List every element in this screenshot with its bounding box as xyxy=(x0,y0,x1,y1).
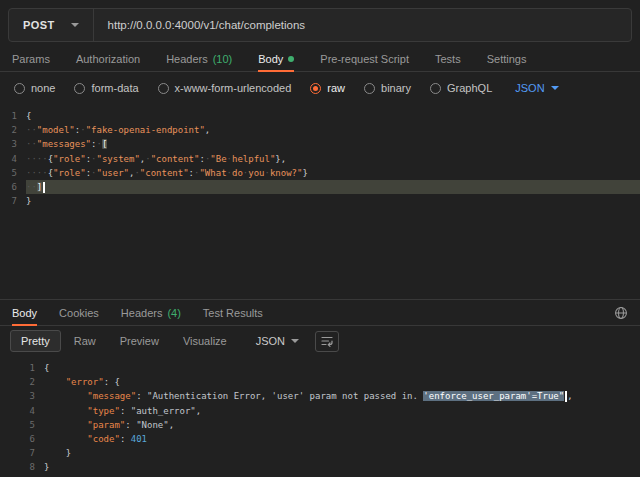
language-label: JSON xyxy=(515,82,544,94)
code-line[interactable]: 5 "param": "None", xyxy=(0,418,640,432)
radio-selected-icon xyxy=(310,83,321,94)
line-number: 3 xyxy=(0,137,26,151)
tab-params[interactable]: Params xyxy=(12,46,50,71)
tab-label: Headers xyxy=(166,53,208,65)
code-line[interactable]: 3 "message": "Authentication Error, 'use… xyxy=(0,389,640,403)
response-tab-cookies[interactable]: Cookies xyxy=(59,300,99,325)
code-line[interactable]: 8} xyxy=(0,460,640,474)
line-number: 5 xyxy=(0,418,44,432)
line-number: 4 xyxy=(0,404,44,418)
body-type-form-data[interactable]: form-data xyxy=(74,82,138,94)
line-number: 1 xyxy=(0,361,44,375)
wrap-lines-button[interactable] xyxy=(315,331,339,352)
view-preview-button[interactable]: Preview xyxy=(109,330,170,352)
response-toolbar: Pretty Raw Preview Visualize JSON xyxy=(0,326,640,356)
code-line[interactable]: 5····{"role":·"user",·"content":·"What·d… xyxy=(0,166,640,180)
tab-tests[interactable]: Tests xyxy=(435,46,461,71)
body-type-graphql[interactable]: GraphQL xyxy=(430,82,492,94)
globe-icon[interactable] xyxy=(614,306,628,320)
code-line[interactable]: 1{ xyxy=(0,109,640,123)
code-line[interactable]: 2··"model":·"fake-openai-endpoint", xyxy=(0,123,640,137)
response-section: Body Cookies Headers (4) Test Results xyxy=(0,299,640,475)
response-tab-headers[interactable]: Headers (4) xyxy=(121,300,181,325)
radio-icon xyxy=(430,83,441,94)
response-body-viewer[interactable]: 1{2 "error": {3 "message": "Authenticati… xyxy=(0,356,640,475)
tab-headers[interactable]: Headers (10) xyxy=(166,46,232,71)
tab-label: Cookies xyxy=(59,307,99,319)
app-window: POST http://0.0.0.0:4000/v1/chat/complet… xyxy=(0,8,640,475)
code-line[interactable]: 1{ xyxy=(0,361,640,375)
request-tabs: Params Authorization Headers (10) Body P… xyxy=(0,46,640,72)
tab-body[interactable]: Body xyxy=(258,46,294,71)
view-label: Visualize xyxy=(183,335,227,347)
body-type-x-www-form-urlencoded[interactable]: x-www-form-urlencoded xyxy=(158,82,292,94)
tab-label: Body xyxy=(12,307,37,319)
response-header-icons xyxy=(614,306,628,320)
code-line[interactable]: 6 "code": 401 xyxy=(0,432,640,446)
code-line[interactable]: 7 } xyxy=(0,446,640,460)
language-label: JSON xyxy=(256,335,285,347)
response-headers-count: (4) xyxy=(167,307,180,319)
radio-label: form-data xyxy=(91,82,138,94)
code-line[interactable]: 2 "error": { xyxy=(0,375,640,389)
view-raw-button[interactable]: Raw xyxy=(63,330,107,352)
code-line[interactable]: 3··"messages":·[ xyxy=(0,137,640,151)
radio-label: GraphQL xyxy=(447,82,492,94)
headers-count: (10) xyxy=(213,53,233,65)
radio-label: binary xyxy=(381,82,411,94)
radio-icon xyxy=(158,83,169,94)
code-text: ····{"role":·"system",·"content":·"Be·he… xyxy=(26,152,640,166)
code-line[interactable]: 7} xyxy=(0,194,640,208)
view-label: Preview xyxy=(120,335,159,347)
radio-icon xyxy=(74,83,85,94)
view-label: Pretty xyxy=(21,335,50,347)
view-pretty-button[interactable]: Pretty xyxy=(10,330,61,352)
radio-icon xyxy=(14,83,25,94)
request-url-bar: POST http://0.0.0.0:4000/v1/chat/complet… xyxy=(8,8,632,42)
body-type-none[interactable]: none xyxy=(14,82,55,94)
tab-label: Headers xyxy=(121,307,163,319)
line-number: 1 xyxy=(0,109,26,123)
tab-label: Params xyxy=(12,53,50,65)
line-number: 7 xyxy=(0,446,44,460)
code-line[interactable]: 6··] xyxy=(0,180,640,194)
code-line[interactable]: 4····{"role":·"system",·"content":·"Be·h… xyxy=(0,152,640,166)
response-language-select[interactable]: JSON xyxy=(256,335,299,347)
tab-pre-request-script[interactable]: Pre-request Script xyxy=(320,46,409,71)
tab-authorization[interactable]: Authorization xyxy=(76,46,140,71)
code-text: "param": "None", xyxy=(44,418,640,432)
raw-language-select[interactable]: JSON xyxy=(515,82,558,94)
line-number: 7 xyxy=(0,194,26,208)
code-text: ··"model":·"fake-openai-endpoint", xyxy=(26,123,640,137)
request-body-editor[interactable]: 1{2··"model":·"fake-openai-endpoint",3··… xyxy=(0,104,640,299)
chevron-down-icon xyxy=(291,339,299,343)
line-number: 3 xyxy=(0,389,44,403)
line-number: 2 xyxy=(0,123,26,137)
url-text: http://0.0.0.0:4000/v1/chat/completions xyxy=(108,19,306,31)
chevron-down-icon xyxy=(71,23,79,27)
tab-label: Tests xyxy=(435,53,461,65)
code-text: ····{"role":·"user",·"content":·"What·do… xyxy=(26,166,640,180)
tab-label: Authorization xyxy=(76,53,140,65)
code-text: "message": "Authentication Error, 'user'… xyxy=(44,389,640,403)
view-label: Raw xyxy=(74,335,96,347)
body-content-dot-icon xyxy=(288,56,294,62)
line-number: 8 xyxy=(0,460,44,474)
body-type-binary[interactable]: binary xyxy=(364,82,411,94)
response-tab-test-results[interactable]: Test Results xyxy=(203,300,263,325)
code-text: ··"messages":·[ xyxy=(26,137,640,151)
tab-settings[interactable]: Settings xyxy=(487,46,527,71)
line-number: 2 xyxy=(0,375,44,389)
tab-label: Test Results xyxy=(203,307,263,319)
body-type-raw[interactable]: raw xyxy=(310,82,345,94)
tab-label: Settings xyxy=(487,53,527,65)
view-visualize-button[interactable]: Visualize xyxy=(172,330,238,352)
url-input[interactable]: http://0.0.0.0:4000/v1/chat/completions xyxy=(94,19,631,31)
response-tab-body[interactable]: Body xyxy=(12,300,37,325)
code-line[interactable]: 4 "type": "auth_error", xyxy=(0,404,640,418)
code-text: "type": "auth_error", xyxy=(44,404,640,418)
tab-label: Body xyxy=(258,53,283,65)
radio-label: none xyxy=(31,82,55,94)
text-wrap-icon xyxy=(320,334,334,348)
method-select[interactable]: POST xyxy=(9,9,94,41)
